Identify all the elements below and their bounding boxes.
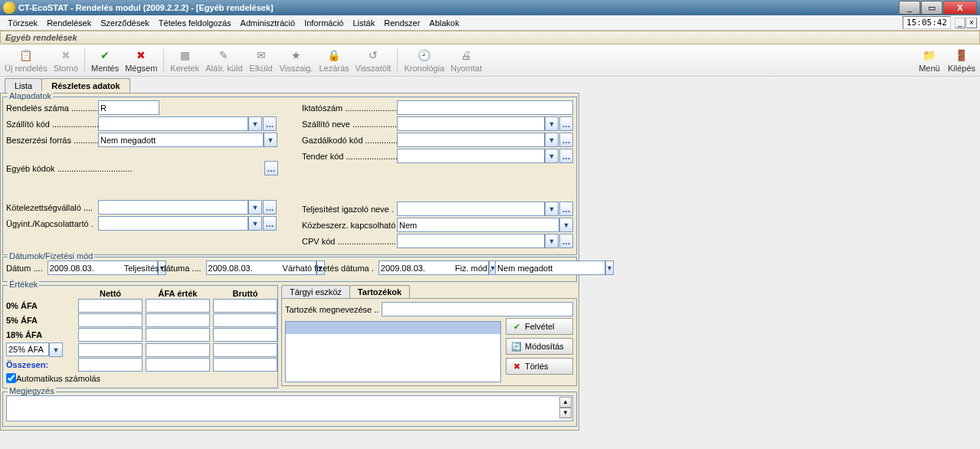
tab-targyi[interactable]: Tárgyi eszköz: [281, 285, 350, 298]
send-button[interactable]: ✉Elküld: [246, 47, 277, 74]
lookup-teljig[interactable]: …: [559, 202, 573, 216]
combo-kozbeszerz[interactable]: [397, 218, 559, 232]
confirm-back-button[interactable]: ★Visszaig.: [277, 47, 316, 74]
minimize-button[interactable]: _: [899, 1, 920, 15]
inp-afa0-brutto[interactable]: [213, 299, 277, 313]
chevron-down-icon[interactable]: ▼: [545, 133, 559, 147]
inp-afa5-afa[interactable]: [146, 313, 210, 327]
menu-ablakok[interactable]: Ablakok: [424, 17, 464, 29]
menu-torzsek[interactable]: Törzsek: [3, 17, 42, 29]
menu-button[interactable]: 📁Menü: [914, 47, 945, 74]
inp-afa18-brutto[interactable]: [213, 328, 277, 342]
scroll-down-icon[interactable]: ▼: [559, 408, 572, 418]
menu-listak[interactable]: Listák: [348, 17, 379, 29]
inp-afa0-netto[interactable]: [78, 299, 143, 313]
menu-teteles[interactable]: Tételes feldolgozás: [154, 17, 236, 29]
tab-reszletes[interactable]: Részletes adatok: [41, 78, 129, 93]
chevron-down-icon[interactable]: ▼: [545, 202, 559, 216]
inp-afax-netto[interactable]: [78, 343, 143, 357]
checkbox-auto[interactable]: Automatikus számolás: [6, 373, 274, 383]
printer-icon: 🖨: [459, 48, 473, 62]
keretek-button[interactable]: ▦Keretek: [167, 47, 202, 74]
combo-beszerzesi[interactable]: [98, 133, 264, 147]
scroll-up-icon[interactable]: ▲: [559, 397, 572, 408]
combo-afa-select[interactable]: [6, 342, 49, 356]
menu-info[interactable]: Információ: [300, 17, 348, 29]
new-order-button[interactable]: 📋Új rendelés: [2, 47, 51, 74]
lookup-tender[interactable]: …: [559, 149, 573, 163]
print-button[interactable]: 🖨Nyomtat: [447, 47, 485, 74]
add-button[interactable]: ✔Felvétel: [506, 318, 573, 335]
inp-sum-afa[interactable]: [146, 358, 210, 372]
tab-tartozekok[interactable]: Tartozékok: [349, 285, 410, 298]
modify-button[interactable]: 🔄Módosítás: [506, 338, 573, 355]
delete-button[interactable]: ✖Törlés: [506, 358, 573, 375]
chevron-down-icon[interactable]: ▼: [248, 216, 262, 231]
label-szallito-neve: Szállító neve: [302, 120, 397, 129]
inp-afax-brutto[interactable]: [213, 343, 277, 357]
combo-fizmod[interactable]: [495, 261, 605, 275]
mdi-min[interactable]: _: [955, 18, 965, 28]
chevron-down-icon[interactable]: ▼: [248, 200, 262, 215]
chronology-button[interactable]: 🕘Kronológia: [401, 47, 447, 74]
inp-afax-afa[interactable]: [146, 343, 210, 357]
inp-afa5-netto[interactable]: [78, 313, 143, 327]
combo-ugyint[interactable]: [98, 216, 248, 231]
label-kozbeszerz: Közbeszerz. kapcsolható: [302, 221, 397, 230]
menu-rendszer[interactable]: Rendszer: [379, 17, 424, 29]
inp-sum-brutto[interactable]: [213, 358, 277, 372]
lookup-egyeb-kodok[interactable]: …: [264, 161, 278, 175]
menu-admin[interactable]: Adminisztráció: [236, 17, 300, 29]
label-cpv: CPV kód: [302, 237, 397, 246]
combo-szallito-neve[interactable]: [397, 116, 545, 131]
lookup-kotelezettseg[interactable]: …: [263, 200, 277, 215]
menu-rendelesek[interactable]: Rendelések: [42, 17, 96, 29]
cancel-button[interactable]: ✖Mégsem: [122, 47, 160, 74]
inp-afa18-netto[interactable]: [78, 328, 143, 342]
accessory-list[interactable]: [285, 321, 501, 382]
chevron-down-icon[interactable]: ▼: [49, 342, 63, 357]
inp-afa0-afa[interactable]: [146, 299, 210, 313]
lookup-szallito-kod[interactable]: …: [263, 116, 277, 131]
input-iktatoszam[interactable]: [397, 100, 573, 115]
close-button[interactable]: X: [943, 1, 977, 15]
chevron-down-icon[interactable]: ▼: [264, 133, 277, 147]
inp-afa5-brutto[interactable]: [213, 313, 277, 327]
chevron-down-icon[interactable]: ▼: [545, 234, 559, 248]
combo-teljig[interactable]: [397, 202, 545, 216]
sign-send-button[interactable]: ✎Aláír. küld: [202, 47, 245, 74]
chevron-down-icon[interactable]: ▼: [545, 116, 559, 131]
mdi-close[interactable]: ×: [966, 18, 977, 28]
menu-szerzodesek[interactable]: Szerződések: [96, 17, 154, 29]
combo-tender[interactable]: [397, 149, 545, 163]
list-row-selected[interactable]: [286, 322, 500, 334]
label-kotelezettseg: Kötelezettségvállaló ....: [6, 203, 98, 212]
combo-cpv[interactable]: [397, 234, 545, 248]
combo-gazdalkodo[interactable]: [397, 133, 545, 147]
memo-megjegyzes[interactable]: ▲▼: [6, 395, 573, 421]
storno-button[interactable]: ✖Stornó: [51, 47, 81, 74]
chevron-down-icon[interactable]: ▼: [559, 218, 573, 232]
save-button[interactable]: ✔Mentés: [88, 47, 122, 74]
maximize-button[interactable]: ▭: [921, 1, 942, 15]
inp-afa18-afa[interactable]: [146, 328, 210, 342]
close-order-button[interactable]: 🔒Lezárás: [316, 47, 352, 74]
exit-button[interactable]: 🚪Kilépés: [945, 47, 978, 74]
chevron-down-icon[interactable]: ▼: [545, 149, 559, 163]
chevron-down-icon[interactable]: ▼: [248, 116, 262, 131]
combo-kotelezettseg[interactable]: [98, 200, 248, 215]
chevron-down-icon[interactable]: ▼: [605, 261, 614, 275]
lookup-szallito-neve[interactable]: …: [559, 116, 573, 131]
label-ugyint: Ügyint./Kapcsolattartó .: [6, 219, 98, 228]
inp-sum-netto[interactable]: [78, 358, 143, 372]
input-rendeles-szama[interactable]: [98, 100, 159, 115]
lookup-ugyint[interactable]: …: [263, 216, 277, 231]
accessory-panel: Tartozék megnevezése .. ✔Felvétel 🔄Módos…: [281, 298, 577, 386]
lookup-gazdalkodo[interactable]: …: [559, 133, 573, 147]
checkbox-auto-input[interactable]: [6, 373, 16, 383]
lookup-cpv[interactable]: …: [559, 234, 573, 248]
reload-button[interactable]: ↺Visszatölt: [352, 47, 395, 74]
combo-szallito-kod[interactable]: [98, 116, 248, 131]
label-tartozek-megnev: Tartozék megnevezése ..: [285, 305, 379, 314]
input-tartozek-megnev[interactable]: [382, 302, 573, 316]
